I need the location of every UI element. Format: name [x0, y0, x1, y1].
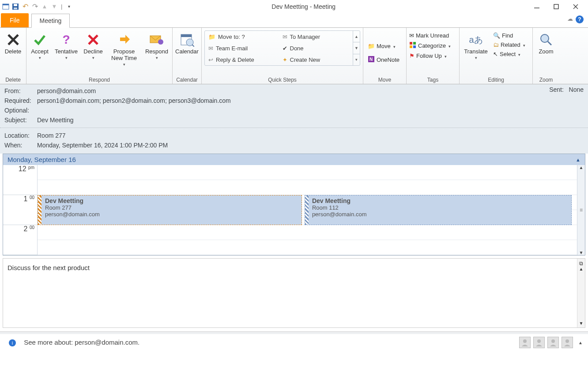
svg-rect-22 — [413, 42, 416, 45]
body-text: Discuss for the next product — [8, 264, 90, 271]
calendar-scroll-up[interactable]: ▲ — [579, 165, 584, 170]
quickstep-done[interactable]: ✔Done — [279, 42, 353, 54]
mark-unread-button[interactable]: ✉Mark Unread — [409, 32, 451, 39]
file-tab[interactable]: File — [1, 13, 29, 27]
svg-point-25 — [541, 34, 549, 42]
onenote-button[interactable]: NOneNote — [368, 56, 400, 64]
gallery-down[interactable]: ▼ — [353, 42, 360, 54]
help-icon[interactable]: ? — [576, 15, 584, 23]
save-icon[interactable] — [11, 3, 19, 11]
qat-separator: | — [61, 3, 62, 10]
person-photo-2[interactable] — [533, 337, 545, 348]
optional-label: Optional: — [4, 107, 37, 114]
tentative-button[interactable]: ? Tentative — [54, 30, 79, 60]
quickstep-team-email[interactable]: ✉Team E-mail — [205, 42, 279, 54]
location-label: Location: — [4, 132, 37, 139]
tentative-icon: ? — [59, 32, 74, 47]
svg-point-30 — [565, 339, 569, 343]
meeting-body[interactable]: Discuss for the next product ⧉ ▲ ▼ — [3, 258, 585, 328]
sent-value: None — [569, 86, 584, 93]
decline-button[interactable]: Decline — [82, 30, 104, 60]
move-button[interactable]: 📁Move — [368, 43, 396, 49]
accept-button[interactable]: Accept — [29, 30, 50, 60]
group-label-calendar: Calendar — [175, 76, 199, 84]
calendar-grid[interactable]: Dev Meetting Room 277 person@domain.com … — [38, 165, 577, 255]
create-new-icon: ✦ — [283, 56, 287, 63]
window-title: Dev Meetting - Meeting — [75, 3, 532, 10]
propose-new-time-button[interactable]: Propose New Time — [108, 30, 140, 67]
quickstep-create-new[interactable]: ✦Create New — [279, 54, 353, 65]
follow-up-button[interactable]: ⚑Follow Up — [409, 53, 451, 59]
meeting-tab[interactable]: Meeting — [31, 14, 70, 28]
quick-steps-gallery: 📁Move to: ? ✉To Manager ✉Team E-mail ✔Do… — [204, 30, 360, 66]
zoom-button[interactable]: Zoom — [535, 30, 557, 55]
when-label: When: — [4, 142, 37, 149]
redo-icon[interactable]: ↷ — [31, 3, 39, 11]
next-item-icon[interactable]: ▼ — [50, 3, 58, 11]
calendar-button[interactable]: Calendar — [175, 30, 199, 55]
group-label-tags: Tags — [409, 76, 456, 84]
move-icon: 📁 — [368, 43, 375, 49]
delete-button[interactable]: Delete — [3, 30, 23, 55]
qat-customize-icon[interactable]: ▾ — [65, 3, 73, 11]
title-bar: ↶ ↷ ▲ ▼ | ▾ Dev Meetting - Meeting — [0, 0, 588, 13]
calendar-collapse-icon[interactable]: ▲ — [576, 157, 580, 162]
body-scroll-down[interactable]: ▼ — [579, 321, 584, 326]
from-label: From: — [4, 87, 37, 94]
flag-icon: ⚑ — [409, 53, 415, 59]
calendar-date-header: Monday, September 16 — [8, 156, 76, 163]
person-photo-4[interactable] — [562, 337, 573, 348]
done-icon: ✔ — [283, 45, 287, 52]
location-value: Room 277 — [37, 132, 66, 139]
gallery-more[interactable]: ▾ — [353, 54, 360, 65]
quickstep-to-manager[interactable]: ✉To Manager — [279, 31, 353, 42]
svg-text:N: N — [369, 57, 373, 62]
find-button[interactable]: 🔍Find — [493, 32, 525, 39]
body-scroll-up[interactable]: ▲ — [579, 267, 584, 271]
close-button[interactable] — [571, 2, 580, 11]
subject-value: Dev Meetting — [37, 117, 73, 124]
decline-icon — [86, 32, 101, 47]
prev-item-icon[interactable]: ▲ — [41, 3, 49, 11]
minimize-button[interactable] — [532, 2, 541, 11]
mail-icon: ✉ — [409, 32, 414, 39]
when-value: Monday, September 16, 2024 1:00 PM-2:00 … — [37, 142, 168, 149]
body-popout-icon[interactable]: ⧉ — [579, 260, 583, 267]
svg-line-18 — [192, 45, 194, 47]
svg-line-26 — [548, 41, 551, 45]
appointment-2[interactable]: Dev Meetting Room 112 person@domain.com — [305, 195, 572, 225]
svg-rect-3 — [14, 4, 17, 6]
see-more-text[interactable]: See more about: person@domain.com. — [24, 338, 139, 346]
related-button[interactable]: 🗂Related — [493, 41, 525, 48]
cloud-icon[interactable]: ☁ — [567, 15, 573, 23]
person-photo-1[interactable] — [519, 337, 531, 348]
categorize-button[interactable]: Categorize — [409, 41, 451, 50]
gallery-up[interactable]: ▲ — [353, 31, 360, 42]
translate-button[interactable]: aあ Translate — [462, 30, 490, 60]
delete-icon — [6, 32, 21, 47]
svg-rect-24 — [413, 45, 416, 48]
select-button[interactable]: ↖Select — [493, 51, 525, 57]
subject-label: Subject: — [4, 117, 37, 124]
person-photo-3[interactable] — [547, 337, 559, 348]
calendar-scroll-thumb[interactable]: ≡ — [580, 207, 583, 213]
maximize-button[interactable] — [552, 2, 561, 11]
select-icon: ↖ — [493, 51, 498, 57]
quickstep-reply-delete[interactable]: ↩Reply & Delete — [205, 54, 279, 65]
svg-rect-21 — [410, 42, 412, 45]
ribbon-tabstrip: File Meeting ☁ ? — [0, 13, 588, 28]
respond-button[interactable]: Respond — [144, 30, 170, 60]
undo-icon[interactable]: ↶ — [21, 3, 29, 11]
reply-delete-icon: ↩ — [208, 56, 213, 63]
meeting-header: Sent: None From:person@domain.com Requir… — [0, 84, 588, 128]
group-label-respond: Respond — [29, 76, 170, 84]
people-pane-expand[interactable]: ▲ — [578, 340, 583, 345]
svg-point-28 — [537, 339, 541, 343]
appointment-1[interactable]: Dev Meetting Room 277 person@domain.com — [38, 195, 302, 225]
quickstep-move-to[interactable]: 📁Move to: ? — [205, 31, 279, 42]
calendar-scroll-down[interactable]: ▼ — [579, 250, 584, 255]
svg-rect-16 — [181, 34, 192, 37]
svg-point-27 — [523, 339, 527, 343]
group-label-delete: Delete — [3, 76, 23, 84]
calendar-icon[interactable] — [2, 3, 10, 11]
